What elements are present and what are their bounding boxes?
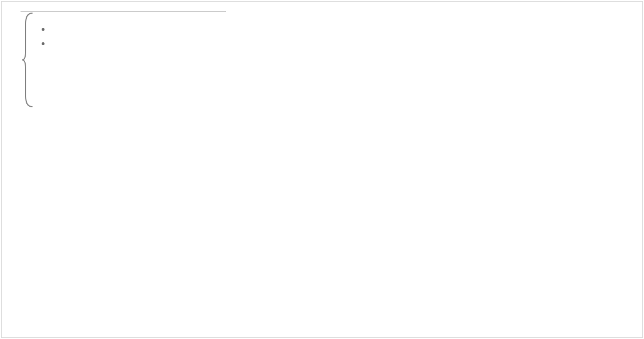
- legend: [21, 111, 627, 128]
- azure-bullet-2: [51, 38, 627, 51]
- octagon-icon: [21, 111, 38, 128]
- azure-infrastructure-note: [35, 12, 627, 108]
- brace-icon: [21, 12, 35, 108]
- azure-bullet-1: [51, 23, 627, 37]
- half-circle-icon: [64, 111, 81, 128]
